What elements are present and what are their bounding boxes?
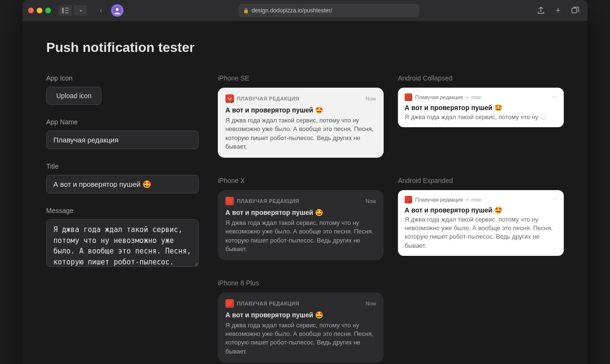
page-content: Push notification tester App Icon Upload… <box>22 21 588 364</box>
android-expanded-time: now <box>471 197 481 202</box>
titlebar-right-controls: + <box>534 5 582 16</box>
svg-point-5 <box>116 8 119 11</box>
iphone-se-app-name: ПЛАВУЧАЯ РЕДАКЦИЯ <box>237 96 363 101</box>
android-collapsed-time: now <box>471 94 481 100</box>
android-collapsed-card: Плавучая редакция • now ⋯ А вот и провер… <box>398 88 564 127</box>
iphone-x-label: iPhone X <box>218 177 384 184</box>
iphone-x-header: ПЛАВУЧАЯ РЕДАКЦИЯ Now <box>225 197 376 205</box>
iphone-8plus-label: iPhone 8 Plus <box>218 279 384 287</box>
android-expanded-label: Android Expanded <box>398 177 564 184</box>
iphone-x-avatar <box>225 197 234 205</box>
android-collapsed-preview: Android Collapsed Плавучая редакция • no… <box>398 74 564 158</box>
iphone-x-app-name: ПЛАВУЧАЯ РЕДАКЦИЯ <box>237 198 363 204</box>
iphone-se-label: iPhone SE <box>218 74 384 82</box>
iphone-8plus-title: А вот и проверятор пушей 🤩 <box>225 311 376 319</box>
message-input[interactable] <box>46 219 199 267</box>
title-input[interactable] <box>46 175 199 193</box>
urlbar: 🔒 design.dodopizza.io/pushtester/ <box>156 4 502 17</box>
iphone-se-preview: iPhone SE ПЛАВУЧАЯ РЕДАКЦИЯ Now А вот и … <box>218 74 384 158</box>
iphone-8plus-avatar <box>225 299 234 308</box>
iphone-se-title: А вот и проверятор пушей 🤩 <box>225 106 376 114</box>
app-name-label: App Name <box>46 118 199 126</box>
title-label: Title <box>46 162 199 170</box>
android-expanded-header: Плавучая редакция • now ⋯ <box>405 196 557 203</box>
android-expanded-preview: Android Expanded Плавучая редакция • now… <box>398 177 564 260</box>
iphone-8plus-time: Now <box>366 301 376 306</box>
app-icon-label: App Icon <box>46 74 199 82</box>
iphone-se-avatar <box>225 94 234 103</box>
back-forward-controls: ‹ <box>95 4 107 17</box>
upload-icon-button[interactable]: Upload icon <box>46 87 102 105</box>
android-collapsed-app-name: Плавучая редакция <box>415 94 463 100</box>
app-name-input[interactable] <box>46 131 199 149</box>
profile-button[interactable] <box>111 4 123 17</box>
svg-rect-2 <box>65 10 69 11</box>
android-collapsed-label: Android Collapsed <box>398 74 564 82</box>
title-field-group: Title <box>46 162 199 193</box>
svg-rect-0 <box>62 8 64 13</box>
iphone-x-preview: iPhone X ПЛАВУЧАЯ РЕДАКЦИЯ Now А вот и п… <box>218 177 384 260</box>
iphone-se-card: ПЛАВУЧАЯ РЕДАКЦИЯ Now А вот и проверятор… <box>218 88 384 158</box>
maximize-button[interactable] <box>45 8 51 13</box>
url-field[interactable]: 🔒 design.dodopizza.io/pushtester/ <box>238 4 419 17</box>
secure-icon: 🔒 <box>243 8 249 13</box>
android-expanded-menu-icon: ⋯ <box>552 196 557 202</box>
android-expanded-card: Плавучая редакция • now ⋯ А вот и провер… <box>398 190 564 256</box>
android-collapsed-body: Я джва года ждал такой сервис, потому чт… <box>405 113 557 121</box>
iphone-8plus-app-name: ПЛАВУЧАЯ РЕДАКЦИЯ <box>237 301 363 306</box>
iphone-8plus-card: ПЛАВУЧАЯ РЕДАКЦИЯ Now А вот и проверятор… <box>218 293 384 363</box>
iphone-se-time: Now <box>366 96 376 101</box>
back-button[interactable]: ‹ <box>95 4 107 17</box>
left-panel: App Icon Upload icon App Name Title Mess… <box>46 74 199 363</box>
url-text: design.dodopizza.io/pushtester/ <box>252 7 332 14</box>
android-expanded-app-name: Плавучая редакция <box>415 197 463 202</box>
svg-point-10 <box>227 301 232 306</box>
browser-titlebar: ▾ ‹ 🔒 design.dodopizza.io/pushtester/ <box>22 0 588 21</box>
iphone-8plus-preview: iPhone 8 Plus ПЛАВУЧАЯ РЕДАКЦИЯ Now А во… <box>218 279 384 363</box>
iphone-8plus-header: ПЛАВУЧАЯ РЕДАКЦИЯ Now <box>225 299 376 308</box>
android-expanded-body: Я джва года ждал такой сервис, потому чт… <box>405 215 557 250</box>
sidebar-toggle[interactable]: ▾ <box>59 5 87 16</box>
android-expanded-title: А вот и проверятор пушей 🤩 <box>405 206 557 214</box>
close-button[interactable] <box>28 8 34 13</box>
iphone-x-title: А вот и проверятор пушей 🤩 <box>225 208 376 217</box>
android-collapsed-avatar <box>405 93 412 101</box>
sidebar-icon[interactable] <box>59 5 72 16</box>
android-collapsed-header: Плавучая редакция • now ⋯ <box>405 93 557 101</box>
message-field-group: Message <box>46 207 199 269</box>
minimize-button[interactable] <box>37 8 42 13</box>
svg-rect-1 <box>65 8 69 9</box>
browser-window: ▾ ‹ 🔒 design.dodopizza.io/pushtester/ <box>22 0 588 364</box>
iphone-x-time: Now <box>366 198 376 204</box>
chevron-down-icon[interactable]: ▾ <box>74 5 87 16</box>
android-collapsed-title: А вот и проверятор пушей 🤩 <box>405 104 557 111</box>
page-title: Push notification tester <box>46 40 564 55</box>
app-icon-field-group: App Icon Upload icon <box>46 74 199 105</box>
traffic-lights <box>28 8 51 13</box>
app-name-field-group: App Name <box>46 118 199 149</box>
svg-rect-3 <box>65 12 69 13</box>
tabs-button[interactable] <box>569 5 582 16</box>
iphone-x-card: ПЛАВУЧАЯ РЕДАКЦИЯ Now А вот и проверятор… <box>218 190 384 260</box>
main-layout: App Icon Upload icon App Name Title Mess… <box>46 74 564 363</box>
svg-point-9 <box>227 199 232 203</box>
svg-rect-7 <box>572 8 577 13</box>
new-tab-button[interactable]: + <box>551 5 565 16</box>
right-panel: iPhone SE ПЛАВУЧАЯ РЕДАКЦИЯ Now А вот и … <box>218 74 564 363</box>
iphone-se-body: Я джва года ждал такой сервис, потому чт… <box>225 116 376 151</box>
iphone-x-body: Я джва года ждал такой сервис, потому чт… <box>225 219 376 253</box>
message-label: Message <box>46 207 199 214</box>
android-collapsed-menu-icon: ⋯ <box>552 94 557 101</box>
android-expanded-avatar <box>405 196 412 203</box>
iphone-se-header: ПЛАВУЧАЯ РЕДАКЦИЯ Now <box>225 94 376 103</box>
iphone-8plus-body: Я джва года ждал такой сервис, потому чт… <box>225 321 376 356</box>
share-button[interactable] <box>534 5 548 16</box>
